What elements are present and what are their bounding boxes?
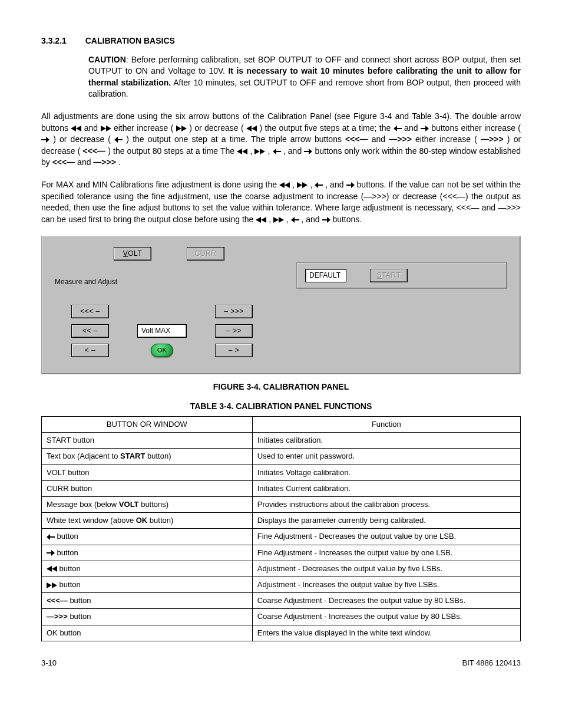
doc-id: BIT 4886 120413: [462, 658, 521, 668]
right-arrow-icon: [421, 126, 429, 131]
rewind-icon: [279, 182, 290, 188]
right-arrow-icon: [346, 182, 355, 188]
fine-decrease-button[interactable]: < –: [71, 344, 109, 357]
table-cell-function: Initiates Voltage calibration.: [252, 465, 520, 480]
fast-forward-icon: [101, 126, 111, 131]
fast-forward-icon: [297, 182, 308, 188]
table-cell-button: CURR button: [42, 480, 253, 496]
table-cell-button: button: [42, 577, 253, 592]
coarse-decrease-button[interactable]: <<< –: [71, 305, 109, 318]
calibration-panel-left: VOLT CURR Measure and Adjust <<< – – >>>…: [55, 247, 279, 357]
table-cell-button: Message box (below VOLT buttons): [42, 497, 253, 513]
table-cell-button: —>>> button: [42, 609, 253, 625]
table-cell-button: OK button: [42, 625, 253, 641]
page-number: 3-10: [41, 658, 57, 668]
right-arrow-icon: [322, 217, 330, 223]
table-row: Text box (Adjacent to START button)Used …: [42, 449, 521, 465]
table-row: buttonAdjustment - Increases the output …: [42, 577, 521, 592]
table-row: White text window (above OK button)Displ…: [42, 513, 521, 529]
table-row: buttonFine Adjustment - Increases the ou…: [42, 545, 521, 561]
medium-decrease-button[interactable]: << –: [71, 324, 109, 338]
table-cell-button: button: [42, 545, 253, 561]
message-box: Measure and Adjust: [55, 276, 117, 288]
table-cell-function: Coarse Adjustment - Decreases the output…: [252, 593, 520, 609]
left-arrow-icon: [315, 182, 323, 188]
table-cell-function: Fine Adjustment - Increases the output v…: [252, 545, 520, 561]
table-cell-button: START button: [42, 433, 253, 449]
table-cell-function: Initiates Current calibration.: [252, 480, 520, 496]
table-row: buttonAdjustment - Decreases the output …: [42, 561, 521, 577]
volt-button[interactable]: VOLT: [114, 247, 151, 261]
coarse-increase-button[interactable]: – >>>: [215, 305, 253, 318]
section-title: CALIBRATION BASICS: [85, 36, 175, 45]
table-row: OK buttonEnters the value displayed in t…: [42, 625, 521, 641]
rewind-icon: [246, 126, 257, 131]
caution-label: CAUTION: [88, 55, 126, 64]
fast-forward-icon: [273, 217, 284, 223]
table-cell-function: Initiates calibration.: [252, 433, 520, 449]
table-cell-button: <<<— button: [42, 593, 253, 609]
ok-button[interactable]: OK: [151, 344, 173, 357]
medium-increase-button[interactable]: – >>: [215, 324, 253, 338]
start-button[interactable]: START: [370, 269, 408, 282]
table-row: CURR buttonInitiates Current calibration…: [42, 480, 521, 496]
table-cell-function: Coarse Adjustment - Increases the output…: [252, 609, 520, 625]
table-row: <<<— buttonCoarse Adjustment - Decreases…: [42, 593, 521, 609]
fast-forward-icon: [176, 126, 187, 131]
table-row: buttonFine Adjustment - Decreases the ou…: [42, 529, 521, 545]
left2-icon: [47, 566, 57, 572]
table-cell-function: Enters the value displayed in the white …: [252, 625, 520, 641]
page-footer: 3-10 BIT 4886 120413: [41, 658, 521, 668]
fast-forward-icon: [254, 149, 265, 154]
table-cell-function: Adjustment - Increases the output value …: [252, 577, 520, 592]
right-arrow-icon: [41, 137, 49, 143]
table-row: START buttonInitiates calibration.: [42, 433, 521, 449]
calibration-panel: VOLT CURR Measure and Adjust <<< – – >>>…: [41, 236, 521, 374]
table-cell-button: button: [42, 529, 253, 545]
table-row: VOLT buttonInitiates Voltage calibration…: [42, 465, 521, 480]
left-arrow-icon: [114, 137, 123, 143]
table-row: Message box (below VOLT buttons)Provides…: [42, 497, 521, 513]
table-caption: TABLE 3-4. CALIBRATION PANEL FUNCTIONS: [41, 401, 521, 413]
table-cell-button: White text window (above OK button): [42, 513, 253, 529]
table-cell-button: VOLT button: [42, 465, 253, 480]
table-header-1: BUTTON OR WINDOW: [42, 417, 253, 433]
paragraph-1: All adjustments are done using the six a…: [41, 111, 521, 169]
left-arrow-icon: [291, 217, 299, 223]
functions-table: BUTTON OR WINDOW Function START buttonIn…: [41, 416, 521, 641]
calibration-panel-right: DEFAULT START: [296, 247, 507, 357]
section-number: 3.3.2.1: [41, 36, 67, 45]
paragraph-2: For MAX and MIN Calibrations fine adjust…: [41, 179, 521, 225]
table-cell-function: Used to enter unit password.: [252, 449, 520, 465]
table-cell-function: Adjustment - Decreases the output value …: [252, 561, 520, 577]
caution-block: CAUTION: Before performing calibration, …: [88, 54, 521, 100]
rewind-icon: [71, 126, 81, 131]
table-header-2: Function: [252, 417, 520, 433]
left-arrow-icon: [273, 149, 281, 154]
table-cell-function: Displays the parameter currently being c…: [252, 513, 520, 529]
password-field[interactable]: DEFAULT: [305, 269, 346, 282]
figure-caption: FIGURE 3-4. CALIBRATION PANEL: [41, 381, 521, 393]
table-cell-button: Text box (Adjacent to START button): [42, 449, 253, 465]
right2-icon: [47, 582, 57, 588]
table-header-row: BUTTON OR WINDOW Function: [42, 417, 521, 433]
parameter-display: Volt MAX: [137, 324, 187, 338]
curr-button[interactable]: CURR: [187, 247, 224, 261]
left1-icon: [47, 534, 55, 540]
table-row: —>>> buttonCoarse Adjustment - Increases…: [42, 609, 521, 625]
left-arrow-icon: [394, 126, 402, 131]
table-cell-function: Provides instructions about the calibrat…: [252, 497, 520, 513]
right-arrow-icon: [304, 149, 312, 154]
rewind-icon: [256, 217, 266, 223]
section-heading: 3.3.2.1 CALIBRATION BASICS: [41, 35, 521, 47]
right1-icon: [47, 550, 55, 556]
fine-increase-button[interactable]: – >: [215, 344, 253, 357]
rewind-icon: [237, 149, 247, 154]
table-cell-button: button: [42, 561, 253, 577]
table-cell-function: Fine Adjustment - Decreases the output v…: [252, 529, 520, 545]
